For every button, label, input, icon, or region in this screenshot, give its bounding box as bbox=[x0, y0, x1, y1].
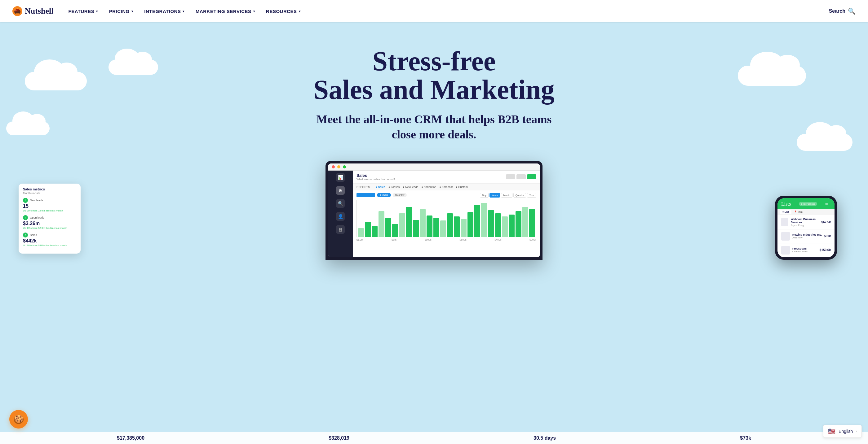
report-custom[interactable]: ● Custom bbox=[456, 185, 468, 189]
list-item: Freestrans Charles Sharp $150.6k bbox=[777, 243, 835, 257]
person-name: Charles Sharp bbox=[793, 250, 808, 253]
list-item: Newing Industries Inc. Ann New $51k bbox=[777, 230, 835, 243]
deal-value: $150.6k bbox=[819, 248, 831, 252]
screen-inner: 📊 ⊕ 🔍 👤 ▦ Sales What are our sales this … bbox=[328, 164, 540, 257]
stat-item: $328,019 bbox=[329, 435, 349, 441]
chart-bar bbox=[420, 209, 426, 237]
company-avatar bbox=[781, 218, 788, 226]
stat-value: 30.5 days bbox=[533, 435, 556, 441]
mobile-filter[interactable]: 1 filter applied bbox=[799, 202, 817, 206]
action-btn-1[interactable] bbox=[506, 174, 515, 179]
stat-item: $73k bbox=[740, 435, 751, 441]
chevron-down-icon: ▾ bbox=[131, 10, 133, 13]
chevron-down-icon: ▾ bbox=[183, 10, 184, 13]
cloud-1 bbox=[25, 72, 87, 91]
value-button[interactable]: $ Value bbox=[377, 193, 391, 197]
nav-item-features[interactable]: FEATURES ▾ bbox=[68, 9, 98, 14]
logo[interactable]: 🌰 Nutshell bbox=[12, 6, 53, 16]
chart-bar bbox=[461, 219, 467, 237]
action-btn-2[interactable] bbox=[517, 174, 526, 179]
search-icon: 🔍 bbox=[848, 7, 856, 15]
mobile-tab-map[interactable]: 📍 Map bbox=[792, 210, 805, 214]
time-btn-year[interactable]: Year bbox=[527, 193, 536, 198]
time-btn-day[interactable]: Day bbox=[480, 193, 489, 198]
dashboard-sidebar: 📊 ⊕ 🔍 👤 ▦ bbox=[328, 171, 353, 257]
report-forecast[interactable]: ● Forecast bbox=[439, 185, 453, 189]
hero-subtitle: Meet the all-in-one CRM that helps B2B t… bbox=[313, 112, 555, 142]
chevron-down-icon: ▾ bbox=[96, 10, 98, 13]
navbar: 🌰 Nutshell FEATURES ▾ PRICING ▾ INTEGRAT… bbox=[0, 0, 868, 22]
flag-icon: 🇺🇸 bbox=[828, 428, 835, 435]
mobile-list: Webcom Business Services Joyce Peng $67.… bbox=[777, 215, 835, 257]
chart-area: $ Value Quantity Day Week Month Quarter … bbox=[353, 191, 540, 244]
expand-dot bbox=[343, 165, 346, 168]
metrics-subtitle: Month-to-date bbox=[23, 192, 76, 195]
metric-new-leads: ↑ New leads 15 Up 25% from 12 this time … bbox=[23, 198, 76, 212]
stat-value: $328,019 bbox=[329, 435, 349, 441]
nav-item-pricing[interactable]: PRICING ▾ bbox=[109, 9, 133, 14]
mobile-screen: Lists 1 filter applied ⊞ ··· ≡ List 📍 Ma… bbox=[775, 196, 837, 260]
chart-bar bbox=[488, 210, 494, 237]
chart-bar bbox=[365, 222, 371, 237]
nav-item-resources[interactable]: RESOURCES ▾ bbox=[266, 9, 300, 14]
hero-title: Stress-free Sales and Marketing bbox=[313, 47, 554, 104]
chart-bar bbox=[413, 220, 419, 237]
time-btn-month[interactable]: Month bbox=[501, 193, 512, 198]
nav-item-marketing[interactable]: MARKETING SERVICES ▾ bbox=[196, 9, 255, 14]
metric-open-leads: ↑ Open leads $3.26m Up 13% from $2.9m th… bbox=[23, 215, 76, 230]
nav-item-integrations[interactable]: INTEGRATIONS ▾ bbox=[144, 9, 184, 14]
person-name: Joyce Peng bbox=[791, 224, 821, 227]
chart-bar bbox=[358, 228, 364, 237]
hero-section: Stress-free Sales and Marketing Meet the… bbox=[0, 22, 868, 444]
chart-bar bbox=[406, 207, 412, 237]
language-selector[interactable]: 🇺🇸 English › bbox=[823, 425, 862, 438]
report-losses[interactable]: ● Losses bbox=[389, 185, 400, 189]
action-btn-3[interactable] bbox=[527, 174, 536, 179]
sidebar-icon-bar[interactable]: ▦ bbox=[336, 225, 345, 234]
filter-button[interactable] bbox=[356, 193, 375, 197]
report-new-leads[interactable]: ● New leads bbox=[403, 185, 418, 189]
mobile-tabs: ≡ List 📍 Map bbox=[777, 209, 835, 215]
reports-nav: REPORTS ● Sales ● Losses ● New leads ● A… bbox=[353, 183, 540, 191]
sidebar-icon-search[interactable]: 🔍 bbox=[336, 199, 345, 208]
quantity-button[interactable]: Quantity bbox=[393, 193, 407, 197]
stat-value: $73k bbox=[740, 435, 751, 441]
company-avatar bbox=[781, 232, 790, 241]
metrics-panel: Sales metrics Month-to-date ↑ New leads … bbox=[19, 183, 81, 253]
person-name: Ann New bbox=[793, 236, 822, 239]
sidebar-icon-people[interactable]: 👤 bbox=[336, 212, 345, 221]
logo-text: Nutshell bbox=[25, 6, 53, 16]
time-btn-quarter[interactable]: Quarter bbox=[514, 193, 526, 198]
chart-bar bbox=[454, 216, 460, 237]
chart-bar bbox=[509, 214, 515, 237]
mobile-tab-list[interactable]: ≡ List bbox=[780, 210, 792, 214]
report-attribution[interactable]: ● Attribution bbox=[421, 185, 436, 189]
mobile-inner: Lists 1 filter applied ⊞ ··· ≡ List 📍 Ma… bbox=[777, 198, 835, 257]
dashboard-main: Sales What are our sales this period? bbox=[353, 171, 540, 257]
cookie-icon: 🍪 bbox=[13, 414, 24, 424]
chart-bar bbox=[516, 211, 521, 237]
metrics-title: Sales metrics bbox=[23, 187, 76, 191]
bar-chart bbox=[356, 200, 536, 237]
mobile-header: Lists 1 filter applied ⊞ ··· bbox=[777, 198, 835, 209]
language-label: English bbox=[839, 429, 853, 434]
chart-bar bbox=[474, 205, 480, 237]
close-dot bbox=[332, 165, 335, 168]
cloud-4 bbox=[797, 134, 852, 151]
up-arrow-icon: ↑ bbox=[23, 198, 28, 203]
up-arrow-icon: ↑ bbox=[23, 215, 28, 220]
cookie-banner[interactable]: 🍪 bbox=[9, 410, 28, 429]
chart-bar bbox=[378, 211, 384, 237]
stat-item: 30.5 days bbox=[533, 435, 556, 441]
sidebar-icon-leads[interactable]: ⊕ bbox=[336, 186, 345, 195]
stat-value: $17,385,000 bbox=[117, 435, 145, 441]
dashboard-container: Sales metrics Month-to-date ↑ New leads … bbox=[0, 161, 868, 260]
time-btn-week[interactable]: Week bbox=[490, 193, 500, 198]
nav-links: FEATURES ▾ PRICING ▾ INTEGRATIONS ▾ MARK… bbox=[68, 9, 829, 14]
list-item: Webcom Business Services Joyce Peng $67.… bbox=[777, 215, 835, 230]
chart-controls: $ Value Quantity Day Week Month Quarter … bbox=[356, 193, 536, 198]
search-button[interactable]: Search 🔍 bbox=[829, 7, 856, 15]
report-sales[interactable]: ● Sales bbox=[375, 185, 385, 189]
chevron-down-icon: ▾ bbox=[299, 10, 301, 13]
chart-bar bbox=[433, 218, 439, 237]
